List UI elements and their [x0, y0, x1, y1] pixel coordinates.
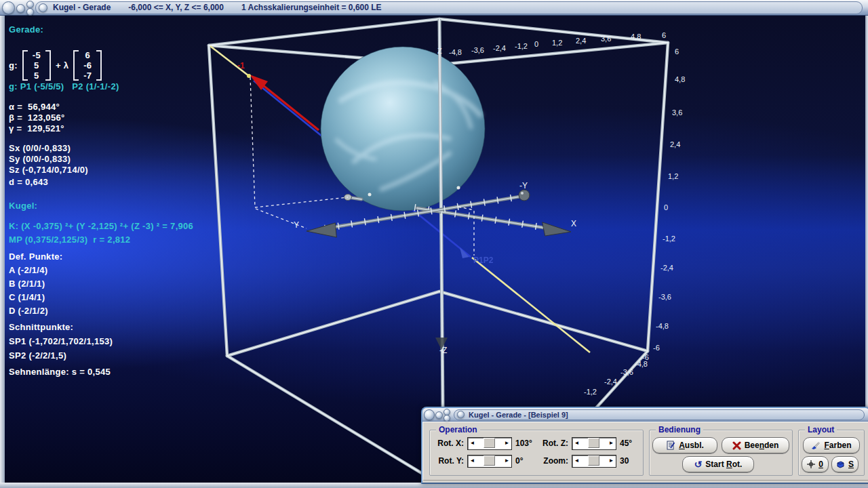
zoom-label: Zoom: — [538, 456, 568, 466]
rot-y-scrollbar[interactable]: ◄ ► — [467, 455, 512, 468]
dialog-titlebar-groove: Kugel - Gerade - [Beispiel 9] — [454, 409, 865, 420]
svg-text:3,6: 3,6 — [601, 35, 611, 43]
svg-text:-1,2: -1,2 — [584, 388, 597, 396]
zoom-right-arrow[interactable]: ► — [607, 455, 616, 466]
bedienung-group-label: Bedienung — [656, 425, 703, 434]
rot-y-left-arrow[interactable]: ◄ — [468, 455, 477, 466]
dialog-titlebar[interactable]: Kugel - Gerade - [Beispiel 9] — [422, 408, 868, 422]
operation-group: Operation Rot. X: ◄ ► 103° Rot. Z: ◄ ► — [429, 430, 644, 476]
dialog-orb-icon — [457, 411, 465, 418]
window-button-tiny-top[interactable] — [26, 1, 34, 8]
schnittpunkte-heading: Schnittpunkte: — [9, 322, 73, 332]
distance-d: d = 0,643 — [9, 177, 48, 187]
point-c: C (1/4/1) — [9, 292, 45, 302]
window-button-large[interactable] — [2, 1, 15, 14]
svg-text:-4,8: -4,8 — [656, 322, 669, 330]
neg-y-knob — [519, 190, 530, 201]
svg-text:4,8: 4,8 — [675, 75, 685, 83]
rot-y-right-arrow[interactable]: ► — [502, 455, 511, 466]
point-speck-2 — [457, 186, 460, 190]
rot-x-scrollbar[interactable]: ◄ ► — [467, 437, 512, 450]
zoom-scrollbar[interactable]: ◄ ► — [572, 455, 616, 468]
svg-text:-2,4: -2,4 — [660, 264, 673, 272]
rot-z-thumb[interactable] — [588, 438, 599, 448]
svg-text:0: 0 — [534, 40, 538, 48]
rot-z-label: Rot. Z: — [538, 439, 568, 448]
svg-text:2,4: 2,4 — [576, 37, 586, 45]
intercept-sx: Sx (0/0/-0,833) — [9, 143, 71, 153]
rot-x-thumb[interactable] — [484, 438, 495, 448]
s-toggle-button[interactable]: S — [831, 456, 859, 472]
y-axis-label: Y — [294, 220, 299, 230]
vector-prefix: g: — [9, 60, 18, 70]
layout-group-label: Layout — [805, 425, 837, 434]
origin-toggle-button[interactable]: 0 — [802, 456, 829, 472]
svg-text:-6: -6 — [653, 344, 660, 352]
rot-z-scrollbar[interactable]: ◄ ► — [572, 437, 616, 450]
gerade-heading: Gerade: — [9, 24, 43, 35]
neg-y-axis-label: -Y — [519, 181, 528, 190]
rot-z-right-arrow[interactable]: ► — [607, 438, 616, 448]
rot-y-thumb[interactable] — [484, 455, 495, 466]
rot-x-left-arrow[interactable]: ◄ — [468, 438, 477, 448]
svg-text:6: 6 — [662, 31, 666, 39]
intercept-sy: Sy (0/0/-0,833) — [9, 154, 71, 164]
window-button-cluster — [0, 0, 35, 15]
dialog-window-button-tiny-bottom[interactable] — [443, 415, 450, 422]
rotate-icon: ↺ — [694, 460, 703, 468]
layout-group: Layout Farben 0 — [798, 430, 865, 476]
x-axis-label: X — [571, 219, 576, 228]
svg-text:1,2: 1,2 — [668, 172, 678, 180]
start-rotation-button[interactable]: ↺ Start Rot. — [682, 456, 754, 472]
x-axis-arrowhead — [542, 222, 571, 236]
point-d: D (-2/1/2) — [9, 306, 48, 316]
control-dialog[interactable]: Kugel - Gerade - [Beispiel 9] Operation … — [421, 407, 868, 484]
angle-beta: β = 123,056° — [9, 113, 64, 123]
zoom-thumb[interactable] — [588, 455, 599, 466]
dialog-title: Kugel - Gerade - [Beispiel 9] — [469, 411, 568, 419]
svg-text:2,4: 2,4 — [670, 140, 680, 148]
zoom-left-arrow[interactable]: ◄ — [572, 455, 581, 466]
dialog-window-button-small[interactable] — [435, 411, 443, 419]
angle-alpha: α = 56,944° — [9, 102, 60, 112]
form-icon — [666, 441, 675, 450]
bottom-scale-labels: -6 -4,8 -3,6 -2,4 -1,2 — [584, 353, 649, 396]
y-axis-arrowhead — [307, 223, 336, 237]
rot-z-left-arrow[interactable]: ◄ — [572, 438, 581, 448]
svg-text:-4,8: -4,8 — [449, 48, 462, 56]
beenden-button[interactable]: Beenden — [722, 437, 789, 453]
info-panel: Gerade: g: -5 5 5 + λ 6 -6 -7 g: P1 (-5/… — [9, 15, 253, 394]
rot-x-label: Rot. X: — [434, 439, 464, 448]
main-titlebar[interactable]: Kugel - Gerade -6,000 <= X, Y, Z <= 6,00… — [0, 0, 868, 16]
point-speck-1 — [368, 193, 372, 197]
direction-vector-arrow — [247, 74, 319, 130]
cube-icon — [836, 460, 845, 468]
red-x-icon — [732, 441, 741, 450]
svg-text:4,8: 4,8 — [631, 33, 641, 41]
svg-text:-2,4: -2,4 — [604, 378, 617, 386]
sphere-equation: K: (X -0,375) ²+ (Y -2,125) ²+ (Z -3) ² … — [9, 221, 193, 231]
window-button-small[interactable] — [16, 4, 25, 13]
rot-y-label: Rot. Y: — [434, 456, 464, 466]
svg-text:-1,2: -1,2 — [515, 42, 528, 50]
application-window: X Y -Y -Z -1 P1P2 Z -4,8 -3,6 -2,4 -1,2 … — [0, 0, 868, 488]
svg-text:-3,6: -3,6 — [658, 293, 671, 301]
rot-x-value: 103° — [515, 439, 538, 448]
window-button-tiny-bottom[interactable] — [26, 8, 34, 16]
ausblenden-button[interactable]: Ausbl. — [652, 437, 717, 453]
intersection-marker — [460, 247, 469, 258]
intersection-sp1: SP1 (-1,702/1,702/1,153) — [9, 336, 113, 346]
line-equation-vectors: g: -5 5 5 + λ 6 -6 -7 — [9, 50, 102, 81]
dialog-window-button-large[interactable] — [424, 409, 435, 420]
window-border-left — [0, 15, 5, 488]
rot-x-right-arrow[interactable]: ► — [502, 438, 511, 448]
svg-text:3,6: 3,6 — [672, 108, 682, 117]
titlebar-groove: Kugel - Gerade -6,000 <= X, Y, Z <= 6,00… — [35, 1, 863, 14]
angle-gamma: γ = 129,521° — [9, 123, 64, 134]
rot-z-value: 45° — [620, 439, 632, 448]
svg-text:-4,8: -4,8 — [635, 360, 648, 368]
farben-button[interactable]: Farben — [803, 437, 860, 453]
sphere-kugel[interactable] — [321, 47, 485, 211]
intersection-sp2: SP2 (-2/2/1,5) — [9, 350, 66, 361]
operation-group-label: Operation — [436, 425, 480, 434]
